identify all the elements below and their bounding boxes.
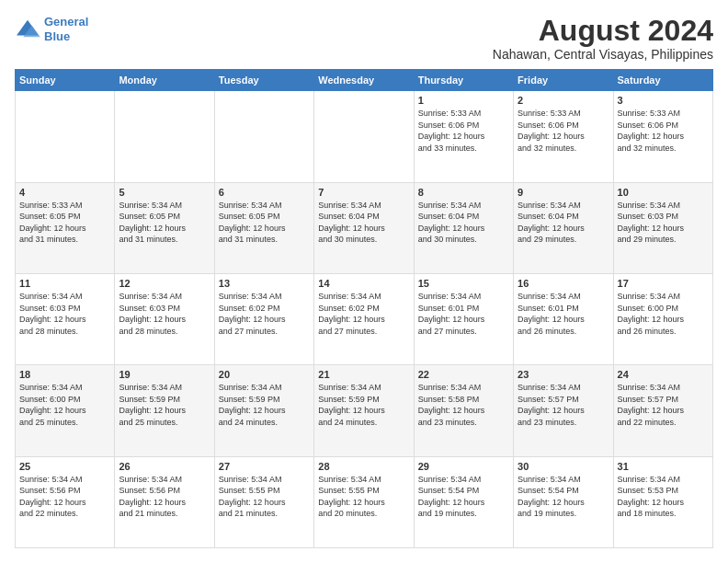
- header-cell-monday: Monday: [115, 70, 214, 91]
- day-number: 31: [618, 461, 709, 472]
- day-number: 28: [318, 461, 409, 472]
- day-number: 30: [518, 461, 609, 472]
- day-number: 8: [418, 187, 509, 198]
- day-content: Sunrise: 5:34 AM Sunset: 6:00 PM Dayligh…: [618, 291, 709, 337]
- day-number: 27: [219, 461, 310, 472]
- day-content: Sunrise: 5:34 AM Sunset: 6:01 PM Dayligh…: [518, 291, 609, 337]
- day-content: Sunrise: 5:34 AM Sunset: 6:03 PM Dayligh…: [618, 200, 709, 246]
- calendar-cell: 5Sunrise: 5:34 AM Sunset: 6:05 PM Daylig…: [115, 182, 214, 273]
- day-content: Sunrise: 5:34 AM Sunset: 6:03 PM Dayligh…: [19, 291, 110, 337]
- day-content: Sunrise: 5:33 AM Sunset: 6:06 PM Dayligh…: [518, 108, 609, 154]
- day-number: 24: [618, 369, 709, 380]
- day-number: 23: [518, 369, 609, 380]
- calendar-cell: 15Sunrise: 5:34 AM Sunset: 6:01 PM Dayli…: [414, 273, 513, 364]
- day-content: Sunrise: 5:34 AM Sunset: 5:59 PM Dayligh…: [219, 382, 310, 428]
- day-number: 13: [219, 278, 310, 289]
- calendar-cell: 21Sunrise: 5:34 AM Sunset: 5:59 PM Dayli…: [314, 365, 414, 456]
- day-number: 3: [618, 95, 709, 106]
- calendar-cell: 9Sunrise: 5:34 AM Sunset: 6:04 PM Daylig…: [514, 182, 613, 273]
- calendar-cell: 1Sunrise: 5:33 AM Sunset: 6:06 PM Daylig…: [414, 91, 513, 182]
- calendar-cell: 31Sunrise: 5:34 AM Sunset: 5:53 PM Dayli…: [613, 456, 712, 547]
- day-content: Sunrise: 5:34 AM Sunset: 6:04 PM Dayligh…: [418, 200, 509, 246]
- day-number: 14: [318, 278, 409, 289]
- day-number: 21: [318, 369, 409, 380]
- header: General Blue August 2024 Nahawan, Centra…: [15, 15, 713, 62]
- day-number: 4: [19, 187, 110, 198]
- day-number: 26: [119, 461, 210, 472]
- day-content: Sunrise: 5:34 AM Sunset: 6:04 PM Dayligh…: [518, 200, 609, 246]
- day-content: Sunrise: 5:34 AM Sunset: 5:59 PM Dayligh…: [119, 382, 210, 428]
- calendar-cell: 30Sunrise: 5:34 AM Sunset: 5:54 PM Dayli…: [514, 456, 613, 547]
- calendar-cell: [115, 91, 214, 182]
- logo-line2: Blue: [44, 29, 70, 43]
- calendar-cell: [214, 91, 313, 182]
- week-row-3: 11Sunrise: 5:34 AM Sunset: 6:03 PM Dayli…: [16, 273, 713, 364]
- day-content: Sunrise: 5:34 AM Sunset: 6:04 PM Dayligh…: [318, 200, 409, 246]
- day-number: 10: [618, 187, 709, 198]
- calendar-cell: 12Sunrise: 5:34 AM Sunset: 6:03 PM Dayli…: [115, 273, 214, 364]
- day-content: Sunrise: 5:34 AM Sunset: 6:02 PM Dayligh…: [318, 291, 409, 337]
- header-cell-thursday: Thursday: [414, 70, 513, 91]
- day-content: Sunrise: 5:34 AM Sunset: 5:54 PM Dayligh…: [418, 474, 509, 520]
- day-number: 12: [119, 278, 210, 289]
- calendar-cell: 3Sunrise: 5:33 AM Sunset: 6:06 PM Daylig…: [613, 91, 712, 182]
- calendar-cell: 8Sunrise: 5:34 AM Sunset: 6:04 PM Daylig…: [414, 182, 513, 273]
- day-content: Sunrise: 5:34 AM Sunset: 5:58 PM Dayligh…: [418, 382, 509, 428]
- week-row-1: 1Sunrise: 5:33 AM Sunset: 6:06 PM Daylig…: [16, 91, 713, 182]
- day-number: 16: [518, 278, 609, 289]
- calendar-cell: 13Sunrise: 5:34 AM Sunset: 6:02 PM Dayli…: [214, 273, 313, 364]
- calendar-cell: 11Sunrise: 5:34 AM Sunset: 6:03 PM Dayli…: [16, 273, 115, 364]
- day-number: 9: [518, 187, 609, 198]
- calendar-cell: 20Sunrise: 5:34 AM Sunset: 5:59 PM Dayli…: [214, 365, 313, 456]
- day-number: 18: [19, 369, 110, 380]
- calendar-cell: [314, 91, 414, 182]
- day-content: Sunrise: 5:34 AM Sunset: 5:56 PM Dayligh…: [119, 474, 210, 520]
- week-row-4: 18Sunrise: 5:34 AM Sunset: 6:00 PM Dayli…: [16, 365, 713, 456]
- calendar-cell: 17Sunrise: 5:34 AM Sunset: 6:00 PM Dayli…: [613, 273, 712, 364]
- header-row: SundayMondayTuesdayWednesdayThursdayFrid…: [16, 70, 713, 91]
- week-row-5: 25Sunrise: 5:34 AM Sunset: 5:56 PM Dayli…: [16, 456, 713, 547]
- day-content: Sunrise: 5:34 AM Sunset: 6:00 PM Dayligh…: [19, 382, 110, 428]
- page: General Blue August 2024 Nahawan, Centra…: [0, 0, 728, 563]
- calendar-cell: 19Sunrise: 5:34 AM Sunset: 5:59 PM Dayli…: [115, 365, 214, 456]
- calendar-cell: 29Sunrise: 5:34 AM Sunset: 5:54 PM Dayli…: [414, 456, 513, 547]
- day-content: Sunrise: 5:34 AM Sunset: 5:57 PM Dayligh…: [618, 382, 709, 428]
- day-content: Sunrise: 5:34 AM Sunset: 5:55 PM Dayligh…: [318, 474, 409, 520]
- day-number: 17: [618, 278, 709, 289]
- day-content: Sunrise: 5:34 AM Sunset: 5:53 PM Dayligh…: [618, 474, 709, 520]
- day-number: 7: [318, 187, 409, 198]
- header-cell-saturday: Saturday: [613, 70, 712, 91]
- day-content: Sunrise: 5:33 AM Sunset: 6:06 PM Dayligh…: [618, 108, 709, 154]
- week-row-2: 4Sunrise: 5:33 AM Sunset: 6:05 PM Daylig…: [16, 182, 713, 273]
- day-number: 11: [19, 278, 110, 289]
- day-number: 1: [418, 95, 509, 106]
- calendar-cell: 14Sunrise: 5:34 AM Sunset: 6:02 PM Dayli…: [314, 273, 414, 364]
- logo-icon: [15, 18, 40, 40]
- day-content: Sunrise: 5:34 AM Sunset: 6:01 PM Dayligh…: [418, 291, 509, 337]
- day-number: 22: [418, 369, 509, 380]
- calendar-cell: 10Sunrise: 5:34 AM Sunset: 6:03 PM Dayli…: [613, 182, 712, 273]
- logo-text: General Blue: [44, 15, 88, 43]
- calendar-cell: 27Sunrise: 5:34 AM Sunset: 5:55 PM Dayli…: [214, 456, 313, 547]
- header-cell-tuesday: Tuesday: [214, 70, 313, 91]
- calendar-cell: 6Sunrise: 5:34 AM Sunset: 6:05 PM Daylig…: [214, 182, 313, 273]
- day-content: Sunrise: 5:34 AM Sunset: 5:54 PM Dayligh…: [518, 474, 609, 520]
- calendar-cell: 22Sunrise: 5:34 AM Sunset: 5:58 PM Dayli…: [414, 365, 513, 456]
- calendar-title: August 2024: [493, 15, 713, 47]
- calendar-cell: 23Sunrise: 5:34 AM Sunset: 5:57 PM Dayli…: [514, 365, 613, 456]
- calendar-cell: [16, 91, 115, 182]
- calendar-cell: 28Sunrise: 5:34 AM Sunset: 5:55 PM Dayli…: [314, 456, 414, 547]
- day-number: 29: [418, 461, 509, 472]
- calendar-table: SundayMondayTuesdayWednesdayThursdayFrid…: [15, 69, 713, 548]
- day-number: 15: [418, 278, 509, 289]
- calendar-cell: 18Sunrise: 5:34 AM Sunset: 6:00 PM Dayli…: [16, 365, 115, 456]
- calendar-subtitle: Nahawan, Central Visayas, Philippines: [493, 47, 713, 62]
- logo: General Blue: [15, 15, 88, 43]
- day-content: Sunrise: 5:34 AM Sunset: 6:03 PM Dayligh…: [119, 291, 210, 337]
- title-block: August 2024 Nahawan, Central Visayas, Ph…: [493, 15, 713, 62]
- calendar-cell: 4Sunrise: 5:33 AM Sunset: 6:05 PM Daylig…: [16, 182, 115, 273]
- header-cell-friday: Friday: [514, 70, 613, 91]
- header-cell-sunday: Sunday: [16, 70, 115, 91]
- day-content: Sunrise: 5:34 AM Sunset: 5:57 PM Dayligh…: [518, 382, 609, 428]
- day-content: Sunrise: 5:33 AM Sunset: 6:05 PM Dayligh…: [19, 200, 110, 246]
